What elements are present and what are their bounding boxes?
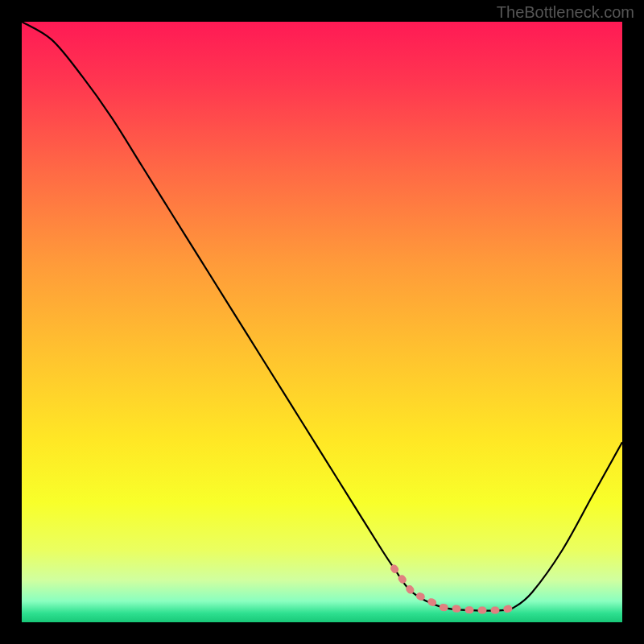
chart-svg [22,22,622,622]
optimal-marker [394,568,514,610]
watermark-text: TheBottleneck.com [497,3,634,22]
bottleneck-curve [22,22,622,611]
plot-area [22,22,622,622]
